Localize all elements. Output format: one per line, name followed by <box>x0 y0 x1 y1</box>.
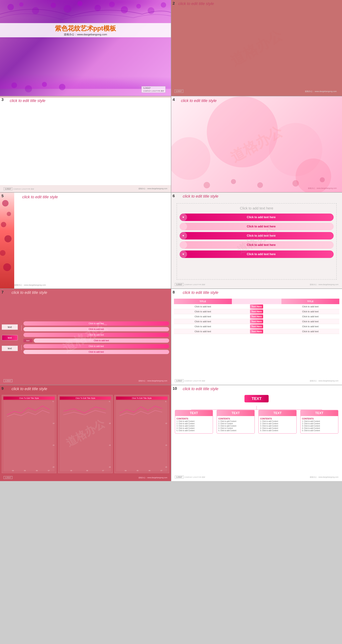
btn-icon-2: ♥ <box>180 232 187 240</box>
left-box-0[interactable]: text <box>2 324 18 330</box>
slide-7-left-col: text text text <box>2 324 18 351</box>
cell-center-0[interactable]: Text Here <box>232 304 282 309</box>
org-card-title-0: TEXT <box>175 410 213 416</box>
slide-1-subtitle: 道格办公：www.daogebangong.com <box>64 33 107 36</box>
cell-center-5[interactable]: Text Here <box>232 329 282 334</box>
slide-10-title[interactable]: click to edit title style <box>176 385 218 391</box>
slide-10-url: 道格办公：www.daogebangong.com <box>310 476 338 478</box>
left-box-2[interactable]: text <box>2 346 18 351</box>
org-card-title-1: TEXT <box>217 410 254 416</box>
chart-block-1: Click To Edit Title Style 20 15 10 5 05 <box>58 395 113 473</box>
slide-6-btn-1[interactable]: Click to add text here <box>180 223 334 230</box>
col-header-empty <box>232 299 282 304</box>
click-row-3: text Click to add text <box>24 338 169 343</box>
cell-left-4[interactable]: Click to add text <box>174 324 232 329</box>
slide-1-title-cn: 紫色花纹艺术ppt模板 <box>55 24 116 33</box>
table-row: Click to add text Text Here Click to add… <box>174 304 340 309</box>
cell-left-0[interactable]: Click to add text <box>174 304 232 309</box>
cell-right-1[interactable]: Click to add text <box>282 309 339 314</box>
cell-left-5[interactable]: Click to add text <box>174 329 232 334</box>
svg-point-29 <box>4 235 12 242</box>
cell-center-1[interactable]: Text Here <box>232 309 282 314</box>
click-row-0: Click to add text <box>24 322 169 326</box>
click-row-5: Click to add text <box>24 350 169 354</box>
slide-6-main-placeholder[interactable]: Click to add text here <box>240 206 273 210</box>
cell-right-2[interactable]: Click to add text <box>282 314 339 319</box>
slide-9: 道格办公 9 click to edit title style Click T… <box>0 385 171 481</box>
btn-icon-1 <box>180 223 187 230</box>
cell-right-4[interactable]: Click to add text <box>282 324 339 329</box>
org-top-box[interactable]: TEXT <box>244 395 269 402</box>
slide-2: 道格办公 2 click to edit title style 'LOGO' … <box>171 0 342 96</box>
btn-text-4: Click to add text here <box>189 253 334 256</box>
slide-6-btn-4[interactable]: ♥ Click to add text here <box>180 250 334 258</box>
slide-5-title-area: click to edit title style <box>0 192 171 199</box>
cell-right-5[interactable]: Click to add text <box>282 329 339 334</box>
chart-block-0: Click To Edit Title Style 20 15 10 5 04 <box>2 395 56 473</box>
slide-6-title[interactable]: click to edit title style <box>176 192 218 198</box>
small-box-3: text <box>24 339 32 342</box>
y-axis-2: 20 15 10 5 <box>166 400 167 468</box>
cell-center-2[interactable]: Text Here <box>232 314 282 319</box>
click-btn-4[interactable]: Click to add text <box>24 344 169 348</box>
svg-point-24 <box>320 177 325 182</box>
cell-right-0[interactable]: Click to add text <box>282 304 339 309</box>
chart-title-1[interactable]: Click To Edit Title Style <box>60 396 111 400</box>
org-card-0[interactable]: TEXT CONTENTS 1. Click to add Content2. … <box>175 410 213 434</box>
slide-5-title[interactable]: click to edit title style <box>16 193 58 199</box>
slide-4-title[interactable]: click to edit title style <box>175 97 217 103</box>
slide-7-title[interactable]: click to edit title style <box>5 289 47 295</box>
slide-6-btn-0[interactable]: ♥ Click to add text here <box>180 214 334 221</box>
chart-title-2[interactable]: Click To Edit Title Style <box>116 396 167 400</box>
slide-9-url: 道格办公：www.daogebangong.com <box>138 476 167 479</box>
table-header-row: TITLE TITLE <box>174 299 340 304</box>
org-card-1[interactable]: TEXT CONTENTS 1. Click to add Content2. … <box>216 410 255 434</box>
btn-text-2: Click to add text here <box>189 234 334 237</box>
slide-3-top-bar <box>0 96 171 98</box>
cell-center-4[interactable]: Text Here <box>232 324 282 329</box>
slide-6-title-area: click to edit title style <box>171 192 342 198</box>
table-row: Click to add text Text Here Click to add… <box>174 314 340 319</box>
org-card-3[interactable]: TEXT CONTENTS 1. Click to add Content2. … <box>300 410 338 434</box>
chart-title-0[interactable]: Click To Edit Title Style <box>4 396 55 400</box>
cell-left-2[interactable]: Click to add text <box>174 314 232 319</box>
svg-point-26 <box>2 200 8 206</box>
click-btn-2[interactable]: Click to add text <box>24 333 169 337</box>
slide-8-title[interactable]: click to edit title style <box>176 289 218 295</box>
slide-9-title[interactable]: click to edit title style <box>5 385 47 391</box>
svg-point-22 <box>257 182 263 188</box>
chart-block-2: Click To Edit Title Style 20 15 10 5 04 <box>114 395 169 473</box>
svg-point-16 <box>207 96 278 167</box>
slide-9-logo: 'LOGO' <box>4 476 12 479</box>
col-header-title2: TITLE <box>282 299 339 304</box>
svg-point-20 <box>204 182 210 188</box>
slide-number-2: 2 <box>173 1 175 6</box>
cell-left-1[interactable]: Click to add text <box>174 309 232 314</box>
click-row-1: Click to add text <box>24 327 169 331</box>
click-btn-5[interactable]: Click to add text <box>24 350 169 354</box>
left-box-1[interactable]: text <box>2 335 18 340</box>
slide-6-btn-2[interactable]: ♥ Click to add text here <box>180 232 334 240</box>
click-btn-1[interactable]: Click to add text <box>24 327 169 331</box>
svg-point-18 <box>171 137 210 180</box>
title-band: 紫色花纹艺术ppt模板 道格办公：www.daogebangong.com <box>0 23 171 37</box>
slide-number-4: 4 <box>173 97 175 102</box>
cell-center-3[interactable]: Text Here <box>232 319 282 324</box>
slide-6-content-area: Click to add text here ♥ Click to add te… <box>176 203 337 280</box>
slide-7-logo: 'LOGO' <box>4 379 12 382</box>
slide-3: 3 click to edit title style 'LOGO' COMPA… <box>0 96 171 192</box>
slide-number-9: 9 <box>2 386 4 391</box>
svg-point-31 <box>3 263 11 271</box>
click-btn-0[interactable]: Click to add text <box>24 322 169 326</box>
org-card-2[interactable]: TEXT CONTENTS 1. Click to add Content2. … <box>258 410 296 434</box>
org-card-body-0: CONTENTS 1. Click to add Content2. Click… <box>175 416 213 433</box>
org-cards-row: TEXT CONTENTS 1. Click to add Content2. … <box>175 410 338 434</box>
slide-6-btn-3[interactable]: Click to add text here <box>180 241 334 249</box>
cell-right-3[interactable]: Click to add text <box>282 319 339 324</box>
cell-left-3[interactable]: Click to add text <box>174 319 232 324</box>
slide-2-title[interactable]: click to edit title style <box>176 0 214 6</box>
click-btn-3[interactable]: Click to add text <box>34 338 169 343</box>
slide-7-right-col: Click to add text Click to add text Clic… <box>24 322 169 354</box>
connectors <box>21 325 22 350</box>
click-row-2: Click to add text <box>24 333 169 337</box>
